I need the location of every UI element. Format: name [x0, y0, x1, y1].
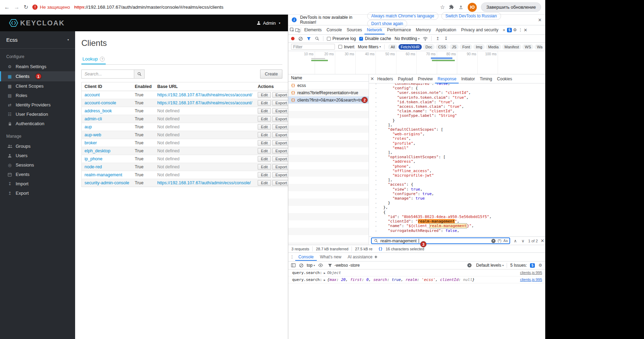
- devtools-tab-privacy-and-security[interactable]: Privacy and security: [459, 25, 501, 34]
- export-button[interactable]: Export: [272, 132, 288, 138]
- filter-input[interactable]: Filter: [291, 44, 335, 50]
- fold-marker-icon[interactable]: -: [373, 132, 379, 136]
- details-tab-response[interactable]: Response: [435, 74, 459, 83]
- client-id-link[interactable]: account: [84, 92, 100, 97]
- client-id-link[interactable]: address_book: [84, 108, 112, 113]
- more-tabs-icon[interactable]: »: [501, 27, 506, 32]
- fold-marker-icon[interactable]: -: [373, 187, 379, 192]
- edit-button[interactable]: Edit: [258, 164, 271, 170]
- issues-label[interactable]: 5 Issues:: [510, 263, 527, 268]
- fold-marker-icon[interactable]: -: [373, 100, 379, 104]
- security-chip[interactable]: ! Не защищено: [32, 5, 70, 10]
- fold-marker-icon[interactable]: -: [373, 146, 379, 150]
- sidebar-item-clients[interactable]: ▦Clients1: [0, 71, 75, 81]
- network-overview-timeline[interactable]: 10 ms20 ms30 ms40 ms50 ms60 ms70 ms80 ms…: [288, 51, 545, 74]
- export-button[interactable]: Export: [272, 124, 288, 130]
- export-button[interactable]: Export: [272, 148, 288, 154]
- export-button[interactable]: Export: [272, 108, 288, 114]
- edit-button[interactable]: Edit: [258, 140, 271, 146]
- record-icon[interactable]: [291, 37, 295, 40]
- console-context-select[interactable]: top▾: [307, 263, 315, 268]
- fold-marker-icon[interactable]: -: [373, 192, 379, 196]
- details-tab-cookies[interactable]: Cookies: [494, 74, 514, 83]
- client-id-link[interactable]: aup-web: [84, 132, 101, 137]
- client-id-link[interactable]: realm-management: [84, 172, 122, 177]
- base-url-link[interactable]: https://192.168.107.67/auth/realms/ecss/…: [157, 100, 252, 105]
- url-bar[interactable]: https://192.168.107.67/auth/admin/master…: [74, 5, 223, 10]
- export-button[interactable]: Export: [272, 100, 288, 106]
- fold-marker-icon[interactable]: -: [373, 228, 379, 233]
- edit-button[interactable]: Edit: [258, 132, 271, 138]
- export-har-icon[interactable]: ↧: [443, 36, 448, 41]
- sidebar-item-client-scopes[interactable]: ▩Client Scopes: [0, 81, 75, 91]
- console-message[interactable]: query.search:▶{max: 20, first: 0, search…: [288, 276, 545, 283]
- source-link[interactable]: clients.js:995: [520, 271, 542, 275]
- filter-chip-font[interactable]: Font: [460, 44, 472, 50]
- export-button[interactable]: Export: [272, 156, 288, 162]
- sidebar-item-authentication[interactable]: Authentication: [0, 119, 75, 128]
- edit-button[interactable]: Edit: [258, 148, 271, 154]
- devtools-tab-elements[interactable]: Elements: [302, 25, 324, 34]
- close-search-icon[interactable]: ✕: [541, 238, 545, 243]
- invert-checkbox[interactable]: Invert: [338, 45, 354, 49]
- keycloak-logo[interactable]: KEYCLOAK: [9, 18, 65, 27]
- filter-chip-fetch-xhr[interactable]: Fetch/XHR: [399, 44, 422, 50]
- filter-chip-doc[interactable]: Doc: [423, 44, 435, 50]
- fold-marker-icon[interactable]: -: [373, 155, 379, 159]
- export-button[interactable]: Export: [272, 172, 288, 178]
- console-empty-area[interactable]: [288, 283, 545, 339]
- sidebar-item-identity-providers[interactable]: ⇄Identity Providers: [0, 100, 75, 110]
- devtools-tab-network[interactable]: Network: [364, 25, 385, 34]
- console-filter-input[interactable]: -webso -store ✕: [326, 263, 473, 268]
- throttling-select[interactable]: No throttling▾: [395, 36, 420, 41]
- edit-button[interactable]: Edit: [258, 100, 271, 106]
- edit-button[interactable]: Edit: [258, 116, 271, 122]
- device-toolbar-icon[interactable]: [295, 28, 300, 32]
- console-sidebar-icon[interactable]: [291, 263, 296, 267]
- export-button[interactable]: Export: [272, 92, 288, 98]
- clear-search-icon[interactable]: ✕: [491, 239, 496, 243]
- fold-marker-icon[interactable]: -: [373, 127, 379, 132]
- extensions-icon[interactable]: [449, 5, 454, 10]
- expand-triangle-icon[interactable]: ▶: [324, 272, 325, 275]
- back-icon[interactable]: ←: [4, 4, 10, 10]
- devtools-tab-performance[interactable]: Performance: [385, 25, 413, 34]
- sidebar-item-roles[interactable]: ▤Roles: [0, 91, 75, 100]
- preserve-log-checkbox[interactable]: Preserve log: [327, 36, 356, 41]
- edit-button[interactable]: Edit: [258, 92, 271, 98]
- disable-cache-checkbox[interactable]: Disable cache: [359, 36, 391, 41]
- base-url-link[interactable]: https://192.168.107.67/auth/realms/ecss/…: [157, 92, 252, 97]
- regex-toggle[interactable]: (*): [498, 239, 501, 243]
- drawer-tab-console[interactable]: Console: [295, 253, 317, 261]
- sidebar-item-groups[interactable]: Groups: [0, 142, 75, 151]
- kebab-menu-icon[interactable]: ⋮: [518, 27, 523, 32]
- expand-triangle-icon[interactable]: ▶: [324, 279, 325, 282]
- request-row[interactable]: {}realms?briefRepresentation=true: [288, 89, 369, 96]
- log-levels-dropdown[interactable]: Default levels▾: [476, 263, 504, 268]
- update-button[interactable]: Завершить обновление: [481, 2, 541, 12]
- export-button[interactable]: Export: [272, 116, 288, 122]
- filter-chip-wasm[interactable]: Wasm: [534, 44, 542, 50]
- edit-button[interactable]: Edit: [258, 124, 271, 130]
- devtools-tab-memory[interactable]: Memory: [413, 25, 433, 34]
- fold-marker-icon[interactable]: -: [373, 104, 379, 109]
- client-id-link[interactable]: broker: [84, 140, 97, 145]
- search-input[interactable]: [81, 70, 134, 79]
- sidebar-item-export[interactable]: ↥Export: [0, 188, 75, 198]
- fold-marker-icon[interactable]: -: [373, 182, 379, 187]
- downloads-icon[interactable]: [458, 5, 464, 10]
- fold-marker-icon[interactable]: -: [373, 83, 379, 86]
- fold-marker-icon[interactable]: -: [373, 224, 379, 228]
- edit-button[interactable]: Edit: [258, 180, 271, 186]
- console-message[interactable]: query.search:▶Objectclients.js:995: [288, 269, 545, 276]
- fold-marker-icon[interactable]: -: [373, 123, 379, 127]
- request-row[interactable]: {}ecss: [288, 82, 369, 89]
- forward-icon[interactable]: →: [14, 4, 19, 10]
- devtools-close-icon[interactable]: ✕: [524, 27, 528, 33]
- inspect-icon[interactable]: [290, 27, 295, 32]
- fold-marker-icon[interactable]: -: [373, 141, 379, 146]
- fold-marker-icon[interactable]: -: [373, 159, 379, 164]
- client-id-link[interactable]: admin-cli: [84, 116, 102, 121]
- sidebar-item-user-federation[interactable]: ☷User Federation: [0, 110, 75, 119]
- fold-marker-icon[interactable]: -: [373, 150, 379, 155]
